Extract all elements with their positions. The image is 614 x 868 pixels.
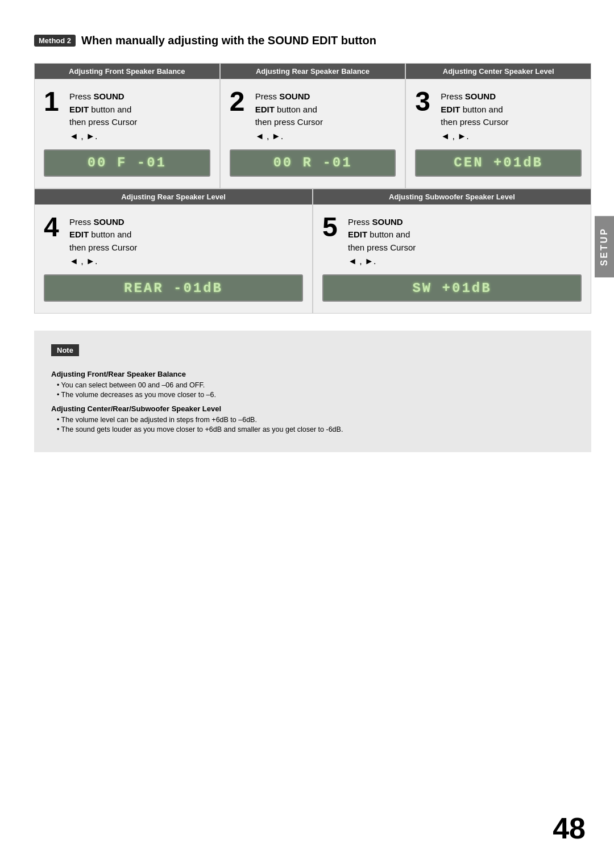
bottom-grid: Adjusting Rear Speaker Level 4 Press SOU… xyxy=(34,189,591,314)
step-text-4: Press SOUND EDIT button and then press C… xyxy=(69,214,137,267)
edit-bold-3: EDIT xyxy=(441,105,460,114)
setup-tab: SETUP xyxy=(595,216,614,277)
step-instruction-4: Press SOUND EDIT button and then press C… xyxy=(69,214,137,254)
step-text-1: Press SOUND EDIT button and then press C… xyxy=(69,88,137,141)
section-header-rear-balance: Adjusting Rear Speaker Balance xyxy=(221,64,405,79)
step-number-5: 5 xyxy=(322,214,342,241)
step-row-1: 1 Press SOUND EDIT button and then press… xyxy=(44,88,210,141)
lcd-display-2: 00 R -01 xyxy=(230,149,396,177)
section-body-subwoofer: 5 Press SOUND EDIT button and then press… xyxy=(313,205,591,314)
cursor-arrows-1: ◄ , ►. xyxy=(69,131,137,141)
method-header: Method 2 When manually adjusting with th… xyxy=(34,34,591,47)
note-item-1-1: • You can select between 00 and –06 and … xyxy=(57,381,574,389)
step-row-3: 3 Press SOUND EDIT button and then press… xyxy=(415,88,582,141)
section-rear-level: Adjusting Rear Speaker Level 4 Press SOU… xyxy=(34,189,313,314)
section-body-rear-level: 4 Press SOUND EDIT button and then press… xyxy=(35,205,312,314)
section-body-rear-balance: 2 Press SOUND EDIT button and then press… xyxy=(221,79,405,188)
lcd-display-1: 00 F -01 xyxy=(44,149,210,177)
page-wrapper: Method 2 When manually adjusting with th… xyxy=(0,0,614,868)
step-number-1: 1 xyxy=(44,88,64,115)
section-header-front-balance: Adjusting Front Speaker Balance xyxy=(35,64,219,79)
edit-bold-5: EDIT xyxy=(348,229,367,239)
note-item-1-2: • The volume decreases as you move close… xyxy=(57,391,574,399)
section-subwoofer-level: Adjusting Subwoofer Speaker Level 5 Pres… xyxy=(313,189,591,314)
method-badge: Method 2 xyxy=(34,35,76,47)
step-row-5: 5 Press SOUND EDIT button and then press… xyxy=(322,214,582,267)
sound-bold-3: SOUND xyxy=(465,91,496,101)
step-row-4: 4 Press SOUND EDIT button and then press… xyxy=(44,214,303,267)
cursor-arrows-2: ◄ , ►. xyxy=(255,131,323,141)
sound-bold-5: SOUND xyxy=(372,217,403,227)
section-header-rear-level: Adjusting Rear Speaker Level xyxy=(35,189,312,205)
note-badge: Note xyxy=(51,344,79,356)
section-center-level: Adjusting Center Speaker Level 3 Press S… xyxy=(405,63,591,189)
cursor-arrows-5: ◄ , ►. xyxy=(348,256,416,266)
step-instruction-5: Press SOUND EDIT button and then press C… xyxy=(348,214,416,254)
section-body-front: 1 Press SOUND EDIT button and then press… xyxy=(35,79,219,188)
step-text-2: Press SOUND EDIT button and then press C… xyxy=(255,88,323,141)
note-item-2-2: • The sound gets louder as you move clos… xyxy=(57,425,574,433)
step-text-5: Press SOUND EDIT button and then press C… xyxy=(348,214,416,267)
section-rear-balance: Adjusting Rear Speaker Balance 2 Press S… xyxy=(220,63,406,189)
edit-bold-1: EDIT xyxy=(69,105,89,114)
edit-bold-4: EDIT xyxy=(69,229,89,239)
note-subtitle-1: Adjusting Front/Rear Speaker Balance xyxy=(51,370,574,378)
step-row-2: 2 Press SOUND EDIT button and then press… xyxy=(230,88,396,141)
note-subtitle-2: Adjusting Center/Rear/Subwoofer Speaker … xyxy=(51,404,574,413)
section-header-center-level: Adjusting Center Speaker Level xyxy=(406,64,591,79)
lcd-display-3: CEN +01dB xyxy=(415,149,582,177)
lcd-display-5: SW +01dB xyxy=(322,274,582,302)
cursor-arrows-3: ◄ , ►. xyxy=(441,131,508,141)
section-header-subwoofer-level: Adjusting Subwoofer Speaker Level xyxy=(313,189,591,205)
top-grid: Adjusting Front Speaker Balance 1 Press … xyxy=(34,63,591,189)
step-text-3: Press SOUND EDIT button and then press C… xyxy=(441,88,508,141)
section-front-balance: Adjusting Front Speaker Balance 1 Press … xyxy=(34,63,220,189)
sound-bold-1: SOUND xyxy=(94,91,125,101)
page-number: 48 xyxy=(553,811,586,845)
edit-bold-2: EDIT xyxy=(255,105,275,114)
cursor-arrows-4: ◄ , ►. xyxy=(69,256,137,266)
step-instruction-2: Press SOUND EDIT button and then press C… xyxy=(255,88,323,129)
section-body-center: 3 Press SOUND EDIT button and then press… xyxy=(406,79,591,188)
method-title: When manually adjusting with the SOUND E… xyxy=(81,34,376,47)
step-number-3: 3 xyxy=(415,88,435,115)
lcd-display-4: REAR -01dB xyxy=(44,274,303,302)
note-section: Note Adjusting Front/Rear Speaker Balanc… xyxy=(34,331,591,452)
sound-bold-2: SOUND xyxy=(279,91,310,101)
sound-bold-4: SOUND xyxy=(94,217,125,227)
step-instruction-1: Press SOUND EDIT button and then press C… xyxy=(69,88,137,129)
step-number-4: 4 xyxy=(44,214,64,241)
step-number-2: 2 xyxy=(230,88,250,115)
note-item-2-1: • The volume level can be adjusted in st… xyxy=(57,416,574,424)
step-instruction-3: Press SOUND EDIT button and then press C… xyxy=(441,88,508,129)
